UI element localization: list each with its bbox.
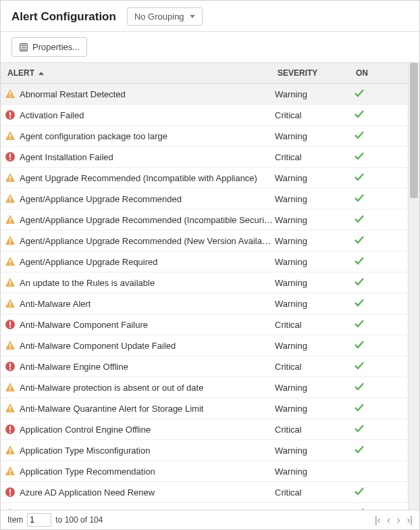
svg-rect-36 <box>9 306 11 307</box>
svg-rect-30 <box>9 264 11 265</box>
check-icon <box>354 360 365 371</box>
svg-rect-21 <box>9 201 11 202</box>
properties-button[interactable]: Properties... <box>11 37 87 57</box>
svg-rect-14 <box>9 154 11 158</box>
cell-on <box>339 151 379 164</box>
page-next-button[interactable]: › <box>397 515 400 525</box>
table-row[interactable]: Agent configuration package too largeWar… <box>1 126 408 147</box>
cell-severity: Critical <box>275 425 339 435</box>
alert-name: Agent/Appliance Upgrade Recommended (New… <box>20 236 275 246</box>
table-row[interactable]: Anti-Malware Quarantine Alert for Storag… <box>1 398 408 419</box>
cell-alert: Agent Installation Failed <box>1 151 275 162</box>
check-icon <box>354 256 365 266</box>
table-row[interactable]: Agent/Appliance Upgrade Recommended (New… <box>1 231 408 251</box>
cell-severity: Critical <box>275 487 339 498</box>
cell-alert: Agent/Appliance Upgrade Required <box>1 256 275 267</box>
cell-on <box>339 402 379 415</box>
table-row[interactable]: Azure AD Application Need RenewCritical <box>1 482 408 503</box>
cell-alert: Application Type Recommendation <box>1 466 275 477</box>
cell-on <box>339 109 379 122</box>
cell-severity: Warning <box>275 508 339 510</box>
warning-icon <box>5 403 16 414</box>
svg-rect-35 <box>9 302 11 305</box>
page-first-button[interactable]: |‹ <box>375 515 380 525</box>
alert-name: Agent/Appliance Upgrade Recommended (Inc… <box>20 215 275 225</box>
grid-body: Abnormal Restart DetectedWarningActivati… <box>1 84 408 510</box>
cell-on <box>339 360 379 373</box>
table-row[interactable]: Agent/Appliance Upgrade RecommendedWarni… <box>1 189 408 210</box>
cell-alert: Azure AD Application Password Expires So… <box>1 508 275 510</box>
cell-alert: Abnormal Restart Detected <box>1 89 275 99</box>
warning-icon <box>5 382 16 393</box>
svg-rect-54 <box>9 431 11 433</box>
table-row[interactable]: Activation FailedCritical <box>1 105 408 126</box>
table-row[interactable]: Agent Installation FailedCritical <box>1 147 408 168</box>
table-row[interactable]: Application Type RecommendationWarning <box>1 461 408 482</box>
warning-icon <box>5 466 16 477</box>
page-last-button[interactable]: ›| <box>407 515 413 525</box>
table-row[interactable]: Abnormal Restart DetectedWarning <box>1 84 408 105</box>
critical-icon <box>5 110 16 120</box>
svg-rect-42 <box>9 347 11 349</box>
alert-name: Application Type Recommendation <box>20 466 155 477</box>
svg-rect-9 <box>9 117 11 118</box>
item-input[interactable] <box>27 513 51 527</box>
svg-rect-45 <box>9 368 11 370</box>
cell-severity: Warning <box>275 404 339 414</box>
table-row[interactable]: Agent Upgrade Recommended (Incompatible … <box>1 168 408 189</box>
alert-name: Agent Upgrade Recommended (Incompatible … <box>20 173 257 183</box>
svg-rect-11 <box>9 134 11 137</box>
scrollbar-thumb[interactable] <box>410 63 418 198</box>
item-label: Item <box>7 515 23 525</box>
cell-on <box>339 193 379 206</box>
column-header-on[interactable]: ON <box>342 68 382 78</box>
check-icon <box>354 444 365 455</box>
cell-alert: An update to the Rules is available <box>1 277 275 288</box>
table-row[interactable]: Anti-Malware Component Update FailedWarn… <box>1 335 408 356</box>
table-row[interactable]: Anti-Malware Component FailureCritical <box>1 314 408 335</box>
alert-name: Anti-Malware Engine Offline <box>20 362 128 372</box>
warning-icon <box>5 256 16 267</box>
table-row[interactable]: Application Control Engine OfflineCritic… <box>1 419 408 440</box>
table-row[interactable]: Application Type MisconfigurationWarning <box>1 440 408 461</box>
warning-icon <box>5 340 16 351</box>
table-row[interactable]: Azure AD Application Password Expires So… <box>1 503 408 510</box>
column-header-severity[interactable]: SEVERITY <box>278 68 342 78</box>
alert-name: Anti-Malware Component Failure <box>20 320 148 330</box>
table-row[interactable]: Anti-Malware Engine OfflineCritical <box>1 356 408 377</box>
cell-severity: Warning <box>275 194 339 204</box>
cell-severity: Warning <box>275 278 339 288</box>
column-header-alert[interactable]: ALERT <box>1 68 278 78</box>
check-icon <box>354 276 365 287</box>
check-icon <box>354 423 365 434</box>
cell-on <box>339 339 379 352</box>
svg-rect-39 <box>9 327 11 328</box>
alert-name: Agent configuration package too large <box>20 131 167 141</box>
grouping-dropdown[interactable]: No Grouping <box>127 7 203 26</box>
cell-alert: Agent/Appliance Upgrade Recommended (New… <box>1 235 275 246</box>
cell-alert: Agent/Appliance Upgrade Recommended <box>1 193 275 204</box>
svg-rect-12 <box>9 138 11 139</box>
table-row[interactable]: Agent/Appliance Upgrade Recommended (Inc… <box>1 210 408 231</box>
check-icon <box>354 172 365 183</box>
svg-rect-62 <box>9 489 11 493</box>
svg-rect-48 <box>9 389 11 391</box>
check-icon <box>354 88 365 99</box>
svg-rect-29 <box>9 260 11 263</box>
alert-name: Anti-Malware Quarantine Alert for Storag… <box>20 404 203 414</box>
check-icon <box>354 214 365 224</box>
cell-alert: Activation Failed <box>1 110 275 120</box>
toolbar: Properties... <box>1 32 419 62</box>
table-row[interactable]: Agent/Appliance Upgrade RequiredWarning <box>1 251 408 272</box>
table-row[interactable]: Anti-Malware AlertWarning <box>1 293 408 314</box>
page-prev-button[interactable]: ‹ <box>387 515 390 525</box>
check-icon <box>354 297 365 308</box>
cell-on <box>339 256 379 268</box>
svg-rect-23 <box>9 218 11 221</box>
table-row[interactable]: An update to the Rules is availableWarni… <box>1 272 408 293</box>
cell-severity: Warning <box>275 89 339 99</box>
table-row[interactable]: Anti-Malware protection is absent or out… <box>1 377 408 398</box>
cell-on <box>339 486 379 499</box>
alert-name: Activation Failed <box>20 110 84 120</box>
vertical-scrollbar[interactable] <box>408 63 419 510</box>
